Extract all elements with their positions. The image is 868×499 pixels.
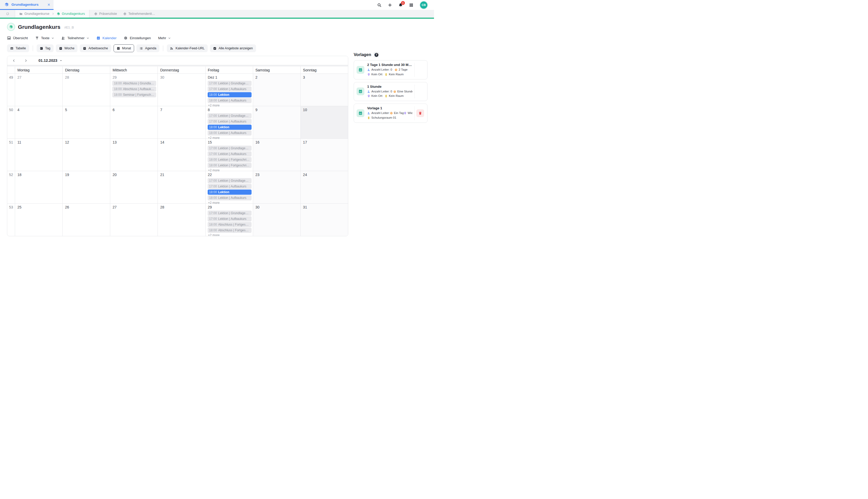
template-meta-item: Anzahl Leiter: 0 — [367, 89, 391, 94]
event-time: 18:00 — [209, 131, 217, 135]
calendar-event[interactable]: 18:00Lektion — [207, 125, 252, 130]
day-cell-dez-1[interactable]: Dez 117:00Lektion | Grundlagenkurs17:00L… — [205, 74, 253, 106]
template-card-body: 1 StundeAnzahl Leiter: 0Eine StundeKein … — [367, 85, 413, 99]
day-cell-24[interactable]: 24 — [301, 171, 348, 203]
calendar-event[interactable]: 18:00Abschluss | Aufbaukurs — [112, 86, 156, 92]
close-icon[interactable] — [47, 3, 50, 6]
day-cell-31[interactable]: 31 — [301, 204, 348, 236]
day-cell-10[interactable]: 10 — [301, 106, 348, 138]
calendar-event[interactable]: 17:00Lektion | Grundlagenkurs — [207, 81, 252, 86]
day-cell-25[interactable]: 25 — [15, 204, 63, 236]
calendar-event[interactable]: 18:00Lektion | Fortgeschritten… — [207, 163, 252, 168]
day-cell-30[interactable]: 30 — [158, 74, 205, 106]
calendar-event[interactable]: 18:00Lektion | Fortgeschritten… — [207, 157, 252, 162]
day-cell-23[interactable]: 23 — [253, 171, 301, 203]
calendar-event[interactable]: 17:00Lektion | Grundlagenkurs — [207, 113, 252, 118]
calendar-event[interactable]: 18:00Lektion | Aufbaukurs — [207, 195, 252, 200]
breadcrumb-action-label: Teilnehmendenli… — [128, 12, 155, 15]
toolbar-button-arbeitswoche[interactable]: Arbeitswoche — [80, 45, 111, 52]
calendar-event[interactable]: 17:00Lektion | Grundlagenkurs — [207, 146, 252, 151]
breadcrumb-item-grundlagenkurse[interactable]: Grundlagenkurse — [19, 12, 49, 15]
delete-template-button[interactable] — [416, 109, 424, 117]
calendar-event[interactable]: 18:00Abschluss | Grundlagen… — [112, 81, 156, 86]
day-cell-20[interactable]: 20 — [110, 171, 158, 203]
day-cell-27[interactable]: 27 — [110, 204, 158, 236]
day-cell-2[interactable]: 2 — [253, 74, 301, 106]
more-events-link[interactable]: +2 more — [207, 233, 252, 236]
day-cell-30[interactable]: 30 — [253, 204, 301, 236]
calendar-event[interactable]: 18:00Lektion — [207, 92, 252, 97]
calendar-event[interactable]: 18:00Lektion | Aufbaukurs — [207, 98, 252, 103]
toolbar-button-label: Kalender-Feed-URL — [176, 47, 204, 50]
day-cell-9[interactable]: 9 — [253, 106, 301, 138]
calendar-event[interactable]: 17:00Lektion | Aufbaukurs — [207, 151, 252, 157]
day-cell-12[interactable]: 12 — [63, 139, 110, 171]
tab-teilnehmer[interactable]: Teilnehmer — [61, 36, 89, 40]
day-cell-8[interactable]: 817:00Lektion | Grundlagenkurs17:00Lekti… — [205, 106, 253, 138]
help-button[interactable]: ? — [373, 52, 379, 58]
day-cell-3[interactable]: 3 — [301, 74, 348, 106]
date-picker[interactable]: 01.12.2023 — [38, 58, 62, 63]
day-cell-27[interactable]: 27 — [15, 74, 63, 106]
day-cell-5[interactable]: 5 — [63, 106, 110, 138]
breadcrumb-item-grundlagenkurs[interactable]: Grundlagenkurs — [57, 12, 85, 15]
tab-kalender[interactable]: Kalender — [96, 36, 116, 40]
tab-einstellungen[interactable]: Einstellungen — [124, 36, 151, 40]
toolbar-button-monat[interactable]: Monat — [114, 45, 134, 52]
day-cell-4[interactable]: 4 — [15, 106, 63, 138]
calendar-event[interactable]: 17:00Lektion | Aufbaukurs — [207, 184, 252, 189]
day-cell-16[interactable]: 16 — [253, 139, 301, 171]
toolbar-button-tag[interactable]: Tag — [37, 45, 53, 52]
calendar-event[interactable]: 18:00Abschluss | Fortgeschrit… — [207, 228, 252, 233]
history-button[interactable] — [0, 10, 15, 18]
day-cell-28[interactable]: 28 — [158, 204, 205, 236]
tab-texte[interactable]: Texte — [35, 36, 54, 40]
template-card-2-tage-1-stunde-und-30-minu[interactable]: 2 Tage 1 Stunde und 30 Minu…Anzahl Leite… — [354, 60, 428, 80]
day-cell-22[interactable]: 2217:00Lektion | Grundlagenkurs17:00Lekt… — [205, 171, 253, 203]
calendar-event[interactable]: 17:00Lektion | Aufbaukurs — [207, 216, 252, 221]
calendar-event[interactable]: 17:00Lektion | Grundlagenkurs — [207, 178, 252, 183]
day-cell-11[interactable]: 11 — [15, 139, 63, 171]
breadcrumb-action-prasenzliste[interactable]: Präsenzliste — [94, 12, 117, 15]
next-month-button[interactable] — [22, 57, 29, 64]
plus-icon[interactable] — [388, 3, 392, 7]
app-tab-grundlagenkurs[interactable]: Grundlagenkurs — [0, 0, 53, 10]
event-time: 17:00 — [209, 217, 217, 221]
breadcrumb-action-teilnehmendenli[interactable]: Teilnehmendenli… — [123, 12, 155, 15]
calendar-event[interactable]: 18:00Lektion | Aufbaukurs — [207, 130, 252, 135]
day-cell-21[interactable]: 21 — [158, 171, 205, 203]
calendar-event[interactable]: 18:00Abschluss | Fortgeschrit… — [207, 222, 252, 227]
day-cell-7[interactable]: 7 — [158, 106, 205, 138]
toolbar-button-alle-angebote-anzeigen[interactable]: Alle Angebote anzeigen — [210, 45, 256, 52]
trash-icon — [418, 111, 422, 115]
toolbar-button-tabelle[interactable]: Tabelle — [7, 45, 29, 52]
calendar-event[interactable]: 17:00Lektion | Aufbaukurs — [207, 119, 252, 124]
toolbar-button-kalender-feed-url[interactable]: Kalender-Feed-URL — [167, 45, 207, 52]
calendar-event[interactable]: 18:00Seminar | Fortgeschritte… — [112, 92, 156, 97]
day-cell-29[interactable]: 2917:00Lektion | Grundlagenkurs17:00Lekt… — [205, 204, 253, 236]
day-cell-13[interactable]: 13 — [110, 139, 158, 171]
prev-month-button[interactable] — [10, 57, 17, 64]
tab-mehr[interactable]: Mehr — [158, 36, 171, 40]
day-cell-26[interactable]: 26 — [63, 204, 110, 236]
calendar-event[interactable]: 17:00Lektion | Aufbaukurs — [207, 86, 252, 92]
calendar-event[interactable]: 17:00Lektion | Grundlagenkurs — [207, 210, 252, 216]
apps-grid-icon[interactable] — [409, 3, 414, 7]
day-cell-18[interactable]: 18 — [15, 171, 63, 203]
template-card-vorlage-1[interactable]: Vorlage 1Anzahl Leiter: 1Ein TagWienSchu… — [354, 104, 428, 123]
tab-ubersicht[interactable]: Übersicht — [7, 36, 28, 40]
toolbar-button-agenda[interactable]: Agenda — [136, 45, 159, 52]
calendar-event[interactable]: 18:00Lektion — [207, 190, 252, 195]
day-cell-14[interactable]: 14 — [158, 139, 205, 171]
notifications-button[interactable]: 1 — [399, 3, 403, 7]
template-card-1-stunde[interactable]: 1 StundeAnzahl Leiter: 0Eine StundeKein … — [354, 82, 428, 101]
day-cell-6[interactable]: 6 — [110, 106, 158, 138]
day-cell-19[interactable]: 19 — [63, 171, 110, 203]
day-cell-15[interactable]: 1517:00Lektion | Grundlagenkurs17:00Lekt… — [205, 139, 253, 171]
search-icon[interactable] — [377, 3, 381, 7]
day-cell-29[interactable]: 2918:00Abschluss | Grundlagen…18:00Absch… — [110, 74, 158, 106]
day-cell-28[interactable]: 28 — [63, 74, 110, 106]
toolbar-button-woche[interactable]: Woche — [56, 45, 78, 52]
day-cell-17[interactable]: 17 — [301, 139, 348, 171]
avatar[interactable]: CB — [420, 1, 428, 9]
